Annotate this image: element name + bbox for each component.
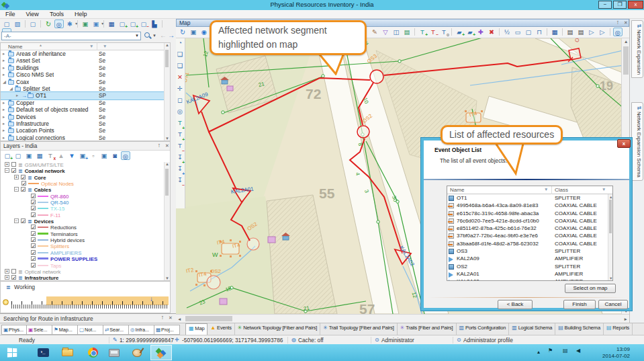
tab-network-expansion[interactable]: ⇅ Network Expansion: [631, 20, 643, 78]
taskbar-inventory-app-button[interactable]: [150, 345, 172, 360]
search-options-chevron-icon[interactable]: ▼: [152, 34, 156, 38]
filter-add-2-icon[interactable]: T+: [176, 130, 184, 141]
print-icon[interactable]: ▤: [565, 28, 575, 36]
network-tray-icon[interactable]: ▤: [563, 348, 568, 361]
expand-icon[interactable]: ▸: [3, 65, 8, 71]
clear-filter-icon[interactable]: Tx: [46, 151, 55, 160]
layer-checkbox[interactable]: ✓: [21, 175, 26, 179]
layer-checkbox[interactable]: ✓: [31, 200, 36, 204]
add-layer-icon[interactable]: ▢+: [3, 151, 12, 160]
collapse-icon[interactable]: −: [14, 218, 19, 223]
layer-item-reductions[interactable]: ✓Reductions: [1, 225, 165, 231]
tree-item-areas-of-inheritance[interactable]: ▸Areas of inheritanceSe: [1, 50, 165, 57]
taskbar-explorer-button[interactable]: [56, 345, 78, 360]
layer-item-splitters[interactable]: ✓Splitters: [1, 243, 165, 249]
layer-checkbox[interactable]: ✓: [31, 194, 36, 198]
chevron-down-icon[interactable]: ▼: [135, 34, 139, 38]
expand-icon[interactable]: ▸: [16, 92, 21, 99]
collapse-icon[interactable]: −: [5, 168, 9, 173]
dialog-row-e85114f2-87ba-425c-b61d-76e32[interactable]: e85114f2-87ba-425c-b61d-76e32COAXIAL CAB…: [447, 225, 608, 232]
drop-add-icon[interactable]: ↧+: [176, 153, 184, 164]
route-add-2-icon[interactable]: ▰+: [465, 28, 475, 36]
tab-logical-schema[interactable]: ▥Logical Schema: [509, 323, 555, 335]
layer-checkbox[interactable]: ✓: [31, 256, 36, 261]
layer-checkbox[interactable]: [11, 162, 16, 167]
tab-reports[interactable]: ▤Reports: [604, 323, 633, 335]
layers-tools-icon[interactable]: ◎: [121, 151, 130, 160]
filter-remove-icon[interactable]: T−: [176, 141, 184, 153]
style-icon[interactable]: ▽: [381, 28, 390, 36]
pin-icon[interactable]: ⊺: [161, 315, 164, 321]
tool-tab-not[interactable]: ▢Not...: [78, 325, 103, 335]
dialog-row-76c6d020-7ee5-421e-8cdd-cf10b0[interactable]: 76c6d020-7ee5-421e-8cdd-cf10b0COAXIAL CA…: [447, 217, 608, 225]
layer-item-taps[interactable]: ✓Taps: [1, 263, 165, 269]
center-map-icon[interactable]: ◎: [176, 107, 184, 118]
expand-icon[interactable]: ▸: [3, 120, 8, 127]
layer-item-infrastructure[interactable]: +✓≣Infrastructure: [1, 275, 165, 280]
remove-document-icon[interactable]: ▢−: [139, 19, 148, 28]
tab-ports-configuration[interactable]: ▥Ports Configuration: [457, 323, 510, 335]
tree-item-logical-connections[interactable]: ▸Logical connectionsSe: [1, 134, 165, 141]
dialog-row-kal2a02[interactable]: KAL2A02AMPLIFIER: [447, 278, 608, 281]
pin-icon[interactable]: ⊺: [616, 20, 619, 26]
back-arrow-icon[interactable]: ←: [160, 32, 167, 39]
taskbar-clock[interactable]: 13:09 2014-07-02: [590, 346, 630, 359]
find-binoculars-icon[interactable]: ◎: [54, 19, 64, 28]
forward-arrow-icon[interactable]: →: [168, 32, 175, 39]
zoom-box-icon[interactable]: ◻: [176, 95, 184, 107]
dialog-row-os2[interactable]: OS2SPLITTER: [447, 263, 608, 270]
chart-icon[interactable]: ▙: [150, 19, 159, 28]
map-settings-icon[interactable]: ◎: [613, 28, 623, 36]
map-globe-icon[interactable]: ◉: [199, 28, 209, 36]
refresh-icon[interactable]: ↻: [44, 19, 53, 28]
layer-checkbox[interactable]: ✓: [31, 243, 36, 248]
collapse-icon[interactable]: −: [14, 187, 19, 192]
filter-icon[interactable]: ▼: [602, 187, 606, 192]
layer-checkbox[interactable]: ✓: [31, 250, 36, 255]
expand-icon[interactable]: +: [5, 162, 9, 167]
menu-help[interactable]: Help: [69, 10, 93, 17]
tree-item-asset-set[interactable]: ▸Asset SetSe: [1, 57, 165, 64]
panels-icon[interactable]: ◫: [392, 28, 401, 36]
save-map-icon[interactable]: ▦: [550, 28, 559, 36]
layer-checkbox[interactable]: ✓: [21, 187, 26, 192]
export-layer-icon[interactable]: ▣: [99, 151, 109, 160]
timeline-ruler[interactable]: ↓: [11, 296, 169, 310]
new-layer-icon[interactable]: ▢: [13, 151, 23, 160]
link-layer-icon[interactable]: ▫: [89, 151, 98, 160]
filter-icon[interactable]: ▼: [103, 44, 107, 48]
expand-icon[interactable]: ▸: [3, 127, 8, 134]
drop-add-2-icon[interactable]: ↧+: [176, 164, 184, 175]
lock-icon[interactable]: ◙: [110, 151, 120, 160]
menu-tools[interactable]: Tools: [44, 10, 69, 17]
move-down-icon[interactable]: ▼: [67, 151, 77, 160]
tab-building-schema[interactable]: ▤Building Schema: [555, 323, 604, 335]
layer-item-core[interactable]: +✓≣Core: [1, 175, 165, 181]
image-layer-icon[interactable]: ▣: [24, 151, 34, 160]
tree-item-devices[interactable]: ▸DevicesSe: [1, 114, 165, 120]
layer-checkbox[interactable]: ✓: [31, 231, 36, 236]
dialog-row-kal2a01[interactable]: KAL2A01AMPLIFIER: [447, 270, 608, 278]
trace-filter-clear-icon[interactable]: To: [439, 28, 449, 36]
group-layer-icon[interactable]: ▦: [35, 151, 44, 160]
save-icon[interactable]: ▦: [107, 19, 116, 28]
legend-icon[interactable]: ▤: [402, 28, 412, 36]
layer-item-qr-860[interactable]: ✓QR-860: [1, 194, 165, 200]
tool-tab-phys[interactable]: ▣Phys...: [1, 325, 27, 335]
open-document-icon[interactable]: ▧: [13, 19, 22, 28]
tab-events[interactable]: ▲Events: [208, 323, 234, 335]
clear-selection-icon[interactable]: ✕: [176, 73, 184, 84]
layer-checkbox[interactable]: ✓: [11, 168, 16, 173]
filter-icon[interactable]: ▼: [544, 187, 548, 192]
pin-icon[interactable]: ⊺: [158, 143, 160, 149]
numbering-icon[interactable]: ½: [502, 28, 512, 36]
expand-icon[interactable]: ▸: [3, 134, 8, 141]
dialog-row-kal2a09[interactable]: KAL2A09AMPLIFIER: [447, 255, 608, 262]
maximize-button[interactable]: ❐: [613, 1, 627, 9]
tool-tab-map[interactable]: ⚑Map...: [52, 325, 78, 335]
column-name[interactable]: Name: [450, 187, 464, 193]
expand-icon[interactable]: +: [5, 275, 9, 280]
close-icon[interactable]: ✕: [624, 20, 628, 26]
layer-item-optical-network[interactable]: +≣Optical network: [1, 269, 165, 275]
layer-checkbox[interactable]: [11, 269, 16, 274]
